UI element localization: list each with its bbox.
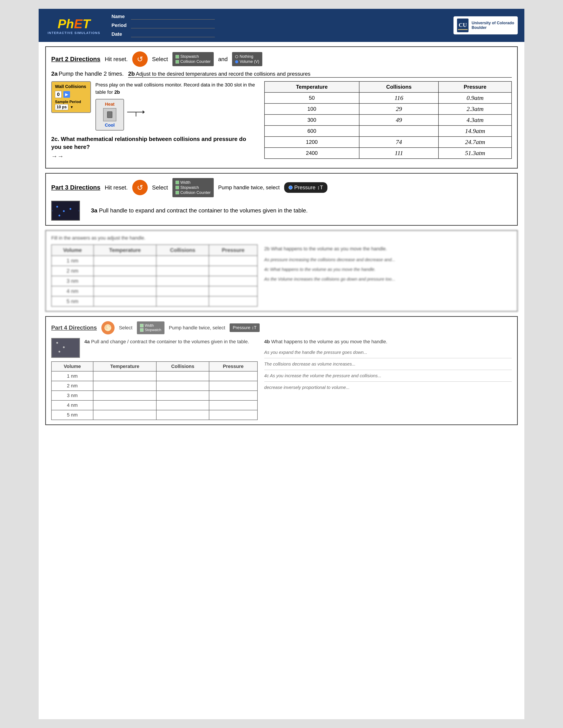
part2-section: Part 2 Directions Hit reset. ↺ Select St… [45, 46, 518, 169]
nothing-label: Nothing [239, 54, 253, 59]
part4-orange-img-icon: 🌕 [104, 324, 112, 331]
pressure-dot-icon [289, 186, 293, 190]
part3-stopwatch-checkbox-item[interactable]: Stopwatch [175, 185, 211, 190]
part4-label: Part 4 Directions [51, 324, 97, 331]
table-row: 3 nm [51, 391, 257, 400]
p4r1c1: 1 nm [51, 371, 93, 381]
part4-two-col: 4a Pull and change / contract the contai… [51, 338, 512, 420]
b-r1c4 [209, 256, 257, 266]
part3a-label: 3a [91, 207, 97, 214]
row5-coll: 74 [359, 137, 439, 148]
phet-logo-e: E [74, 16, 83, 31]
part4-cb2-label: Stopwatch [145, 328, 161, 332]
part2-checkbox-panel: Stopwatch Collision Counter [172, 52, 214, 66]
particle-1 [56, 206, 58, 208]
table-row: 1200 74 24.7atm [264, 137, 512, 148]
row4-temp: 600 [264, 126, 359, 137]
nothing-radio-dot[interactable] [235, 55, 238, 58]
wc-dropdown-icon[interactable]: ▼ [70, 105, 73, 109]
name-input-line[interactable] [131, 13, 215, 20]
p4r2c1: 2 nm [51, 381, 93, 391]
date-label: Date [111, 31, 129, 37]
arrow-to-table [127, 99, 145, 116]
table-row: 2400 111 51.3atm [264, 148, 512, 159]
row1-temp: 50 [264, 92, 359, 103]
cool-label: Cool [98, 123, 121, 128]
period-input-line[interactable] [131, 22, 215, 28]
b-r1c1: 1 nm [51, 256, 94, 266]
heat-cool-slider-area[interactable] [103, 108, 116, 121]
b-r3c1: 3 nm [51, 276, 94, 286]
p4r2c3 [156, 381, 209, 391]
part3-collision-checkbox-item[interactable]: Collision Counter [175, 190, 211, 195]
particle-4 [70, 208, 71, 210]
p4-particle-1 [56, 342, 58, 344]
table-row: 50 116 0.9atm [264, 92, 512, 103]
row3-temp: 300 [264, 114, 359, 126]
b-r2c4 [209, 266, 257, 276]
stopwatch-checkbox[interactable] [175, 55, 179, 58]
row6-pres: 51.3atm [439, 148, 512, 159]
part3a-text-wrap: 3a Pull handle to expand and contract th… [91, 207, 308, 214]
main-content: Part 2 Directions Hit reset. ↺ Select St… [39, 42, 524, 434]
heat-cool-handle[interactable] [107, 111, 112, 118]
part2a-label: 2a [51, 70, 58, 77]
col-pressure-header: Pressure [439, 81, 512, 92]
heat-label: Heat [98, 102, 121, 107]
volume-radio-dot[interactable] [235, 60, 238, 63]
blurred-p3: 4c What happens to the volume as you mov… [264, 265, 512, 273]
volume-label: Volume (V) [239, 59, 259, 64]
data-table-2b: Temperature Collisions Pressure 50 116 0… [264, 81, 512, 159]
part3-select: Select [152, 184, 168, 191]
reset-button[interactable]: ↺ [132, 51, 148, 67]
instructions-text: Press play on the wall collisions monito… [95, 81, 258, 96]
p4r2c4 [209, 381, 257, 391]
table-row: 2 nm [51, 381, 257, 391]
part4-cb2-box[interactable] [140, 328, 143, 332]
blurred-col-pres: Pressure [209, 245, 257, 256]
instructions-row: Wall Collisions 0 ▶ Sample Period 10 ps … [51, 81, 258, 131]
part4b-ans-3: 4c As you increase the volume the pressu… [264, 372, 512, 382]
part4-reset-circle[interactable]: 🌕 [101, 321, 115, 334]
p4r3c1: 3 nm [51, 391, 93, 400]
part4-cb1-box[interactable] [140, 324, 143, 327]
part2-label: Part 2 Directions [51, 56, 100, 63]
width-checkbox[interactable] [175, 181, 179, 184]
part4-pump-text: Pump handle twice, select [169, 325, 225, 331]
part3a-row: ← → 3a Pull handle to expand and contrac… [51, 201, 512, 221]
volume-radio-item[interactable]: Volume (V) [235, 59, 259, 64]
table-row: 1 nm [51, 256, 257, 266]
cu-logo: CU University of Colorado Boulder [454, 16, 518, 34]
part4-section: Part 4 Directions 🌕 Select Width Stopwat… [45, 316, 518, 425]
wc-play-button[interactable]: ▶ [63, 91, 70, 98]
row2-temp: 100 [264, 103, 359, 114]
part3-stopwatch-checkbox[interactable] [175, 186, 179, 189]
heat-cool-widget: Heat Cool [95, 99, 124, 131]
part4-container-visual [52, 339, 79, 357]
p4r5c4 [209, 410, 257, 420]
date-input-line[interactable] [131, 31, 215, 37]
collision-counter-checkbox-item[interactable]: Collision Counter [175, 59, 211, 64]
col-temperature-header: Temperature [264, 81, 359, 92]
blurred-table: Volume Temperature Collisions Pressure 1… [51, 244, 258, 307]
row3-coll: 49 [359, 114, 439, 126]
b-r5c4 [209, 296, 257, 306]
width-checkbox-item[interactable]: Width [175, 180, 211, 185]
pressure-button[interactable]: Pressure ↕T [284, 182, 328, 193]
table-header-row: Temperature Collisions Pressure [264, 81, 512, 92]
period-field-row: Period [111, 22, 445, 28]
part3-collision-checkbox[interactable] [175, 191, 179, 194]
part3-reset-button[interactable]: ↺ [132, 180, 148, 195]
collision-counter-checkbox[interactable] [175, 60, 179, 64]
wc-period-value: 10 ps [55, 104, 68, 110]
part4b-text-wrap: 4b What happens to the volume as you mov… [264, 338, 512, 345]
table-row: 5 nm [51, 296, 257, 306]
part4-cb1[interactable]: Width [140, 324, 161, 328]
part4b-label: 4b [264, 339, 270, 344]
part2a-text: Pump the handle 2 times. [58, 70, 124, 77]
part4-cb2[interactable]: Stopwatch [140, 328, 161, 332]
nothing-radio-item[interactable]: Nothing [235, 54, 259, 59]
name-field-row: Name [111, 13, 445, 20]
stopwatch-checkbox-item[interactable]: Stopwatch [175, 54, 211, 59]
pressure-sort-icon: ↕T [317, 184, 323, 191]
